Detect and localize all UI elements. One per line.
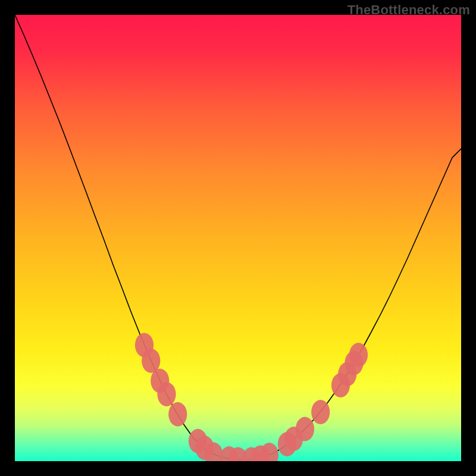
- chart-svg: [15, 15, 461, 461]
- gradient-background: [15, 15, 461, 461]
- data-marker: [168, 402, 187, 427]
- data-marker: [296, 417, 314, 441]
- chart-frame: TheBottleneck.com: [0, 0, 476, 476]
- data-marker: [157, 382, 176, 406]
- plot-area: [15, 15, 461, 461]
- data-marker: [349, 343, 368, 367]
- data-marker: [311, 400, 330, 424]
